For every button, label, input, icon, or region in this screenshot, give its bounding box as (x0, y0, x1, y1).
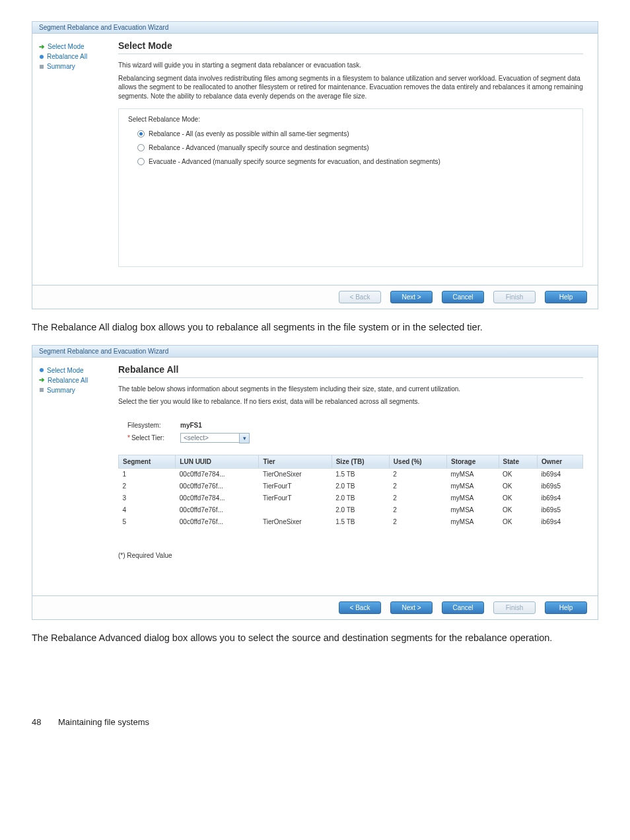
finish-button: Finish (493, 291, 536, 303)
cell-owner: ib69s4 (538, 468, 583, 480)
radio-icon (137, 158, 145, 165)
mode-prompt: Select Rebalance Mode: (128, 116, 573, 123)
cell-used: 2 (389, 492, 446, 504)
chevron-down-icon[interactable]: ▾ (239, 433, 250, 443)
col-segment[interactable]: Segment (119, 455, 176, 468)
table-row[interactable]: 300c0ffd7e784...TierFourT2.0 TB2myMSAOKi… (119, 492, 583, 504)
back-button[interactable]: < Back (339, 601, 381, 614)
col-tier[interactable]: Tier (259, 455, 332, 468)
cell-tier: TierOneSixer (259, 515, 332, 527)
cell-storage: myMSA (447, 468, 499, 480)
wizard2-button-bar: < Back Next > Cancel Finish Help (32, 595, 598, 619)
cell-owner: ib69s4 (538, 492, 583, 504)
back-button: < Back (339, 291, 381, 303)
mode-select-box: Select Rebalance Mode: Rebalance - All (… (118, 108, 583, 267)
col-state[interactable]: State (499, 455, 538, 468)
wizard2-main: Rebalance All The table below shows info… (118, 358, 598, 595)
table-row[interactable]: 400c0ffd7e76f...2.0 TB2myMSAOKib69s5 (119, 504, 583, 515)
cancel-button[interactable]: Cancel (442, 291, 484, 303)
sidebar-item-select-mode[interactable]: ➔ Select Mode (39, 42, 113, 52)
sidebar-item-label: Summary (47, 63, 75, 70)
wizard1-intro: This wizard will guide you in starting a… (118, 61, 583, 70)
cell-state: OK (499, 468, 538, 480)
next-button[interactable]: Next > (390, 601, 433, 614)
cell-storage: myMSA (447, 492, 499, 504)
cell-used: 2 (389, 480, 446, 492)
col-used[interactable]: Used (%) (389, 455, 446, 468)
cell-seg: 4 (119, 504, 176, 515)
col-lun-uuid[interactable]: LUN UUID (176, 455, 259, 468)
cell-owner: ib69s4 (538, 515, 583, 527)
wizard2-desc2: Select the tier you would like to rebala… (118, 397, 583, 406)
radio-label: Evacuate - Advanced (manually specify so… (149, 158, 440, 165)
arrow-right-icon: ➔ (39, 377, 44, 383)
cell-tier: TierOneSixer (259, 468, 332, 480)
radio-icon (137, 130, 145, 137)
page-number: 48 (32, 717, 48, 727)
cell-lun: 00c0ffd7e784... (176, 492, 259, 504)
finish-button: Finish (493, 601, 536, 614)
help-button[interactable]: Help (545, 601, 587, 614)
wizard1-sidebar: ➔ Select Mode Rebalance All Summary (32, 34, 118, 285)
radio-evacuate-advanced[interactable]: Evacuate - Advanced (manually specify so… (128, 155, 573, 169)
cell-size: 1.5 TB (332, 515, 389, 527)
radio-label: Rebalance - Advanced (manually specify s… (149, 144, 369, 151)
sidebar-item-label: Select Mode (47, 367, 84, 374)
cell-used: 2 (389, 504, 446, 515)
radio-rebalance-advanced[interactable]: Rebalance - Advanced (manually specify s… (128, 141, 573, 155)
segments-table: Segment LUN UUID Tier Size (TB) Used (%)… (118, 455, 583, 528)
sidebar-item-summary[interactable]: Summary (39, 61, 113, 71)
filesystem-value: myFS1 (180, 422, 202, 429)
body-paragraph-2: The Rebalance Advanced dialog box allows… (32, 632, 598, 645)
table-row[interactable]: 100c0ffd7e784...TierOneSixer1.5 TB2myMSA… (119, 468, 583, 480)
cell-seg: 2 (119, 480, 176, 492)
next-button[interactable]: Next > (390, 291, 433, 303)
cell-storage: myMSA (447, 515, 499, 527)
wizard1-button-bar: < Back Next > Cancel Finish Help (32, 285, 598, 309)
square-icon (40, 65, 44, 69)
wizard1-heading: Select Mode (118, 40, 583, 54)
select-tier-label: *Select Tier: (127, 434, 174, 441)
wizard1-desc: Rebalancing segment data involves redist… (118, 74, 583, 101)
radio-rebalance-all[interactable]: Rebalance - All (as evenly as possible w… (128, 127, 573, 141)
wizard2-intro: The table below shows information about … (118, 385, 583, 394)
table-row[interactable]: 500c0ffd7e76f...TierOneSixer1.5 TB2myMSA… (119, 515, 583, 527)
cell-used: 2 (389, 515, 446, 527)
help-button[interactable]: Help (545, 291, 587, 303)
cell-seg: 3 (119, 492, 176, 504)
cell-tier: TierFourT (259, 480, 332, 492)
required-note: (*) Required Value (118, 552, 583, 559)
dot-icon (40, 368, 44, 372)
wizard-select-mode: Segment Rebalance and Evacuation Wizard … (32, 21, 598, 309)
cell-lun: 00c0ffd7e76f... (176, 515, 259, 527)
table-row[interactable]: 200c0ffd7e76f...TierFourT2.0 TB2myMSAOKi… (119, 480, 583, 492)
col-size[interactable]: Size (TB) (332, 455, 389, 468)
sidebar-item-summary[interactable]: Summary (39, 385, 113, 395)
cell-owner: ib69s5 (538, 480, 583, 492)
cell-size: 2.0 TB (332, 504, 389, 515)
footer-section: Maintaining file systems (58, 717, 149, 727)
cell-seg: 1 (119, 468, 176, 480)
cancel-button[interactable]: Cancel (442, 601, 484, 614)
body-paragraph-1: The Rebalance All dialog box allows you … (32, 321, 598, 334)
select-tier-dropdown[interactable]: <select> (180, 433, 240, 443)
cell-seg: 5 (119, 515, 176, 527)
sidebar-item-rebalance-all[interactable]: Rebalance All (39, 52, 113, 61)
filesystem-label: Filesystem: (127, 422, 174, 429)
cell-storage: myMSA (447, 480, 499, 492)
wizard2-heading: Rebalance All (118, 364, 583, 378)
cell-tier (259, 504, 332, 515)
cell-size: 1.5 TB (332, 468, 389, 480)
dot-icon (40, 55, 44, 59)
sidebar-item-select-mode[interactable]: Select Mode (39, 365, 113, 375)
cell-state: OK (499, 515, 538, 527)
wizard2-title-bar: Segment Rebalance and Evacuation Wizard (32, 346, 598, 358)
arrow-right-icon: ➔ (39, 44, 44, 50)
wizard-rebalance-all: Segment Rebalance and Evacuation Wizard … (32, 345, 598, 620)
sidebar-item-rebalance-all[interactable]: ➔ Rebalance All (39, 375, 113, 385)
col-owner[interactable]: Owner (538, 455, 583, 468)
cell-lun: 00c0ffd7e784... (176, 468, 259, 480)
col-storage[interactable]: Storage (447, 455, 499, 468)
square-icon (40, 388, 44, 392)
cell-lun: 00c0ffd7e76f... (176, 504, 259, 515)
